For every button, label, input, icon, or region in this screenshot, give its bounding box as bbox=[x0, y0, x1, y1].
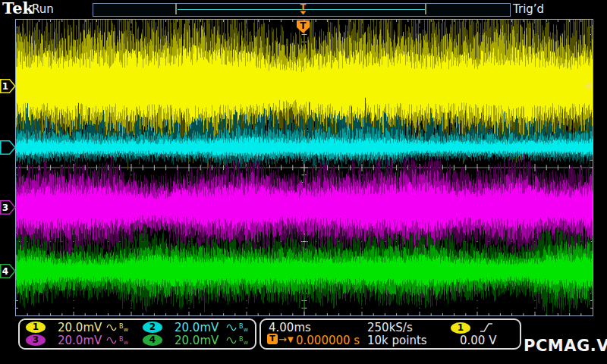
channel-1-scale: 20.0mV bbox=[58, 321, 102, 334]
channel-readout-box: 1 20.0mV B W 2 20.0mV B W 3 20.0mV B W 4… bbox=[18, 318, 256, 350]
channel-3-coupling-bandwidth-icon: B W bbox=[106, 335, 129, 347]
preview-trigger-position-icon: T bbox=[297, 2, 309, 15]
svg-text:W: W bbox=[244, 340, 248, 345]
svg-text:W: W bbox=[124, 340, 128, 345]
svg-text:B: B bbox=[119, 323, 124, 330]
channel-4-marker: 4 bbox=[0, 264, 16, 278]
tek-logo: Tek bbox=[2, 0, 33, 17]
channel-3-badge: 3 bbox=[26, 334, 46, 346]
horizontal-trigger-readout-box: 4.00ms 250kS/s 1 T → ▼ 0.000000 s 10k po… bbox=[259, 318, 521, 350]
svg-text:B: B bbox=[239, 323, 244, 330]
channel-4-badge: 4 bbox=[143, 334, 162, 346]
trigger-slope-icon bbox=[480, 322, 493, 333]
channel-4-coupling-bandwidth-icon: B W bbox=[226, 335, 249, 347]
trigger-delay: 0.000000 s bbox=[296, 334, 360, 347]
trigger-flag-icon: T bbox=[267, 334, 278, 344]
svg-text:3: 3 bbox=[2, 202, 8, 213]
channel-3-marker: 3 bbox=[0, 200, 16, 215]
channel-2-marker: 2 bbox=[0, 140, 16, 155]
svg-text:2: 2 bbox=[2, 143, 8, 153]
preview-window-bracket-left bbox=[175, 4, 177, 14]
trigger-position-marker-icon: T bbox=[296, 20, 310, 34]
acquisition-status: Run bbox=[32, 2, 54, 16]
trigger-source-badge: 1 bbox=[451, 322, 470, 334]
channel-2-scale: 20.0mV bbox=[175, 321, 219, 334]
oscilloscope-screen: Tek Run Trig’d T T 1 2 3 4 1 20 bbox=[0, 0, 607, 364]
channel-2-badge: 2 bbox=[143, 322, 162, 333]
svg-text:B: B bbox=[119, 336, 124, 343]
sample-rate: 250kS/s bbox=[367, 321, 413, 334]
svg-text:T: T bbox=[300, 20, 307, 31]
graticule-frame bbox=[15, 19, 593, 316]
channel-4-scale: 20.0mV bbox=[175, 334, 219, 347]
trigger-arrow-icon: → bbox=[278, 334, 287, 345]
time-per-division: 4.00ms bbox=[269, 321, 311, 334]
trigger-level: 0.00 V bbox=[460, 334, 496, 347]
channel-1-marker: 1 bbox=[0, 79, 16, 93]
waveform-canvas bbox=[16, 20, 593, 315]
record-length: 10k points bbox=[367, 334, 427, 347]
svg-text:W: W bbox=[244, 327, 248, 332]
channel-1-badge: 1 bbox=[26, 322, 46, 333]
channel-1-coupling-bandwidth-icon: B W bbox=[106, 322, 129, 334]
svg-text:W: W bbox=[124, 327, 128, 332]
trigger-down-marker-icon: ▼ bbox=[288, 335, 294, 344]
trigger-level-arrow-icon bbox=[583, 81, 593, 91]
svg-text:T: T bbox=[300, 2, 307, 12]
channel-2-coupling-bandwidth-icon: B W bbox=[226, 322, 249, 334]
channel-3-scale: 20.0mV bbox=[58, 334, 102, 347]
svg-text:B: B bbox=[239, 336, 244, 343]
watermark: PCMAG.VN bbox=[524, 337, 607, 355]
svg-text:4: 4 bbox=[2, 266, 8, 277]
preview-window-bracket-right bbox=[425, 4, 426, 14]
svg-text:1: 1 bbox=[2, 81, 8, 92]
trigger-status: Trig’d bbox=[513, 2, 544, 16]
